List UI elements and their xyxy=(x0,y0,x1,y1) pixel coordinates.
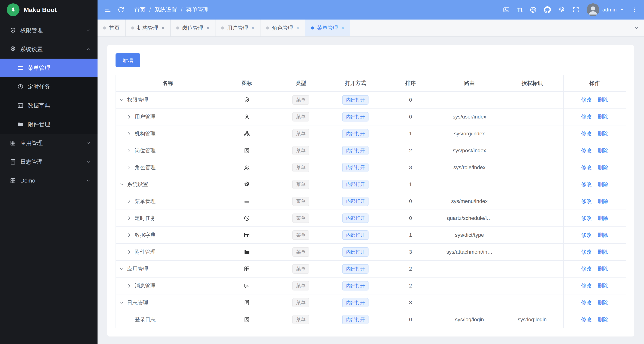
kebab-menu-icon[interactable] xyxy=(631,7,637,13)
edit-link[interactable]: 修改 xyxy=(581,300,592,305)
sidebar-item-attachments[interactable]: 附件管理 xyxy=(0,115,98,134)
permission-value xyxy=(501,210,564,227)
open-mode-tag: 内部打开 xyxy=(342,112,368,121)
edit-link[interactable]: 修改 xyxy=(581,249,592,255)
delete-link[interactable]: 删除 xyxy=(598,300,608,305)
menu-name: 定时任务 xyxy=(135,215,156,222)
edit-link[interactable]: 修改 xyxy=(581,181,592,187)
edit-link[interactable]: 修改 xyxy=(581,283,592,289)
expand-toggle-icon[interactable] xyxy=(126,317,132,322)
open-mode-tag: 内部打开 xyxy=(342,214,368,223)
edit-link[interactable]: 修改 xyxy=(581,131,592,136)
delete-link[interactable]: 删除 xyxy=(598,232,608,238)
sidebar-item-scheduled-tasks[interactable]: 定时任务 xyxy=(0,77,98,96)
clock-icon xyxy=(17,84,24,90)
expand-toggle-icon[interactable] xyxy=(119,182,124,187)
expand-toggle-icon[interactable] xyxy=(126,148,132,153)
permission-value: sys:log:login xyxy=(501,311,564,328)
edit-link[interactable]: 修改 xyxy=(581,215,592,221)
sort-value: 2 xyxy=(383,260,438,277)
breadcrumb-home[interactable]: 首页 xyxy=(134,6,146,14)
delete-link[interactable]: 删除 xyxy=(598,215,608,221)
edit-link[interactable]: 修改 xyxy=(581,148,592,153)
tab-menu-management[interactable]: 菜单管理 × xyxy=(305,20,350,37)
expand-toggle-icon[interactable] xyxy=(126,131,132,136)
delete-link[interactable]: 删除 xyxy=(598,283,608,289)
chevron-down-icon xyxy=(86,178,91,183)
sidebar-item-label: 权限管理 xyxy=(20,27,43,34)
delete-link[interactable]: 删除 xyxy=(598,198,608,204)
edit-link[interactable]: 修改 xyxy=(581,164,592,170)
sidebar-item-permission[interactable]: 权限管理 xyxy=(0,21,98,40)
sidebar: Maku Boot 权限管理 系统设置 菜单管理 定时任务 数据字典 xyxy=(0,0,98,344)
expand-toggle-icon[interactable] xyxy=(126,165,132,170)
user-menu[interactable]: admin xyxy=(586,4,624,16)
edit-link[interactable]: 修改 xyxy=(581,97,592,103)
image-icon[interactable] xyxy=(503,6,510,13)
globe-icon[interactable] xyxy=(530,6,537,13)
sidebar-item-app-management[interactable]: 应用管理 xyxy=(0,134,98,152)
close-icon[interactable]: × xyxy=(251,25,254,31)
close-icon[interactable]: × xyxy=(161,25,165,31)
expand-toggle-icon[interactable] xyxy=(126,283,132,289)
sidebar-item-label: 系统设置 xyxy=(20,46,43,53)
add-button[interactable]: 新增 xyxy=(116,53,140,67)
tab-list-dropdown[interactable] xyxy=(629,20,644,37)
theme-gear-icon[interactable] xyxy=(558,6,565,13)
chevron-up-icon xyxy=(86,47,91,52)
tab-post-management[interactable]: 岗位管理 × xyxy=(171,20,216,37)
sidebar-item-system-settings[interactable]: 系统设置 xyxy=(0,40,98,59)
sidebar-item-menu-management[interactable]: 菜单管理 xyxy=(0,59,98,77)
sidebar-item-demo[interactable]: Demo xyxy=(0,171,98,190)
expand-toggle-icon[interactable] xyxy=(126,114,132,120)
gear-icon xyxy=(10,46,16,52)
expand-toggle-icon[interactable] xyxy=(126,232,132,238)
delete-link[interactable]: 删除 xyxy=(598,266,608,272)
expand-toggle-icon[interactable] xyxy=(126,215,132,221)
tab-role-management[interactable]: 角色管理 × xyxy=(260,20,306,37)
delete-link[interactable]: 删除 xyxy=(598,97,608,103)
app-logo[interactable]: Maku Boot xyxy=(0,0,98,20)
edit-link[interactable]: 修改 xyxy=(581,114,592,120)
breadcrumb-system-settings[interactable]: 系统设置 xyxy=(154,6,177,14)
expand-toggle-icon[interactable] xyxy=(126,199,132,204)
tab-org-management[interactable]: 机构管理 × xyxy=(126,20,171,37)
delete-link[interactable]: 删除 xyxy=(598,131,608,136)
route-value xyxy=(438,260,501,277)
top-header: 首页 / 系统设置 / 菜单管理 Tt admin xyxy=(98,0,644,20)
close-icon[interactable]: × xyxy=(341,25,344,31)
breadcrumb-menu-management[interactable]: 菜单管理 xyxy=(186,6,209,14)
tab-label: 机构管理 xyxy=(137,25,158,32)
font-size-icon[interactable]: Tt xyxy=(517,7,522,13)
delete-link[interactable]: 删除 xyxy=(598,249,608,255)
edit-link[interactable]: 修改 xyxy=(581,232,592,238)
fullscreen-icon[interactable] xyxy=(572,6,580,13)
close-icon[interactable]: × xyxy=(206,25,210,31)
sort-value: 3 xyxy=(383,159,438,176)
type-tag: 菜单 xyxy=(292,95,309,105)
edit-link[interactable]: 修改 xyxy=(581,316,592,322)
tab-user-management[interactable]: 用户管理 × xyxy=(216,20,260,37)
expand-toggle-icon[interactable] xyxy=(126,249,132,255)
delete-link[interactable]: 删除 xyxy=(598,148,608,153)
delete-link[interactable]: 删除 xyxy=(598,164,608,170)
sidebar-item-label: 附件管理 xyxy=(28,121,50,128)
table-row: 岗位管理 菜单 内部打开 2 sys/post/index 修改删除 xyxy=(116,142,626,159)
menu-name: 用户管理 xyxy=(135,113,156,120)
tab-home[interactable]: 首页 xyxy=(98,20,126,37)
sidebar-item-log-management[interactable]: 日志管理 xyxy=(0,152,98,171)
edit-link[interactable]: 修改 xyxy=(581,266,592,272)
delete-link[interactable]: 删除 xyxy=(598,316,608,322)
github-icon[interactable] xyxy=(544,6,551,13)
sidebar-fold-icon[interactable] xyxy=(104,6,112,13)
refresh-icon[interactable] xyxy=(118,6,124,13)
expand-toggle-icon[interactable] xyxy=(119,300,124,305)
type-tag: 菜单 xyxy=(292,180,309,189)
sidebar-item-data-dictionary[interactable]: 数据字典 xyxy=(0,96,98,115)
close-icon[interactable]: × xyxy=(296,25,300,31)
delete-link[interactable]: 删除 xyxy=(598,181,608,187)
edit-link[interactable]: 修改 xyxy=(581,198,592,204)
expand-toggle-icon[interactable] xyxy=(119,266,124,272)
expand-toggle-icon[interactable] xyxy=(119,97,124,103)
delete-link[interactable]: 删除 xyxy=(598,114,608,120)
